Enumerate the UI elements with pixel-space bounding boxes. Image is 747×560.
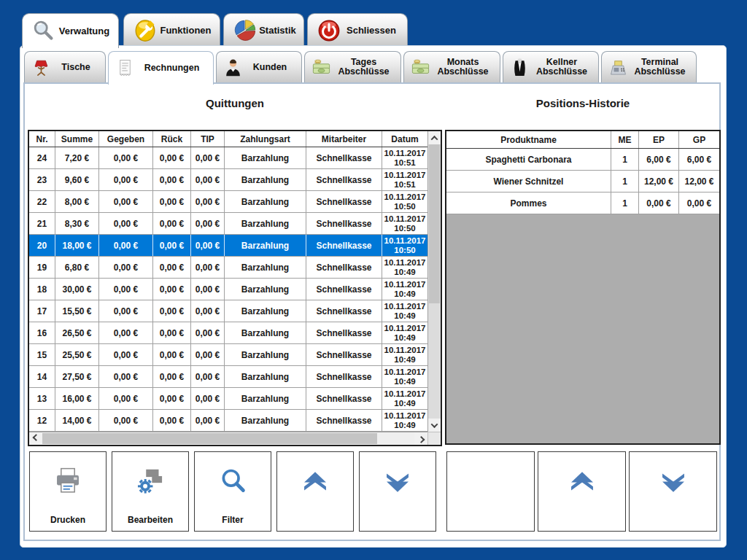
table-cell: 27,50 €: [55, 366, 99, 387]
receipt-row[interactable]: 1525,50 €0,00 €0,00 €0,00 €BarzahlungSch…: [29, 344, 427, 366]
empty-action-button[interactable]: [446, 451, 535, 532]
receipt-row[interactable]: 2018,00 €0,00 €0,00 €0,00 €BarzahlungSch…: [29, 235, 427, 257]
table-cell: 0,00 €: [99, 366, 153, 387]
receipt-row[interactable]: 1715,50 €0,00 €0,00 €0,00 €BarzahlungSch…: [29, 300, 427, 322]
sub-tab-tische[interactable]: Tische: [24, 51, 106, 82]
scroll-down-button[interactable]: [428, 419, 441, 432]
table-cell: 6,00 €: [639, 149, 679, 170]
bearbeiten-button[interactable]: Bearbeiten: [112, 451, 189, 532]
scroll-table-up-button[interactable]: [276, 451, 354, 532]
table-cell: 0,00 €: [191, 213, 225, 234]
filter-button[interactable]: Filter: [194, 451, 271, 532]
scroll-thumb[interactable]: [429, 144, 440, 303]
table-cell: 14: [29, 366, 55, 387]
table-cell: Schnellkasse: [306, 366, 382, 387]
receipt-row[interactable]: 1214,00 €0,00 €0,00 €0,00 €BarzahlungSch…: [29, 410, 427, 432]
chevron-right-icon: [417, 436, 425, 443]
main-tab-schliessen[interactable]: Schliessen: [307, 13, 408, 47]
money-icon: [411, 58, 430, 77]
table-cell: 12,00 €: [639, 171, 679, 192]
sub-tab-label: Monats Abschlüsse: [430, 58, 500, 77]
table-cell: 1: [611, 192, 639, 214]
receipts-vertical-scrollbar[interactable]: [427, 131, 441, 432]
table-cell: 0,00 €: [153, 279, 191, 300]
scroll-table-down-button[interactable]: [359, 451, 436, 532]
scroll-track[interactable]: [428, 144, 441, 419]
table-cell: Schnellkasse: [306, 300, 382, 322]
receipt-row[interactable]: 1830,00 €0,00 €0,00 €0,00 €BarzahlungSch…: [29, 279, 427, 300]
receipt-row[interactable]: 1626,50 €0,00 €0,00 €0,00 €BarzahlungSch…: [29, 322, 427, 344]
table-cell: 0,00 €: [191, 322, 225, 343]
sub-tab-tages-abschluesse[interactable]: Tages Abschlüsse: [304, 51, 401, 82]
table-cell: 12: [29, 410, 55, 431]
sub-tab-kellner-abschluesse[interactable]: Kellner Abschlüsse: [503, 51, 599, 82]
table-cell: Schnellkasse: [306, 344, 382, 365]
receipts-horizontal-scrollbar[interactable]: [29, 432, 427, 445]
table-cell: 0,00 €: [153, 169, 191, 190]
table-cell: 20: [29, 235, 55, 256]
pie-chart-icon: [233, 18, 258, 43]
sub-tab-monats-abschluesse[interactable]: Monats Abschlüsse: [403, 51, 500, 82]
table-cell: 10.11.2017 10:51: [382, 169, 427, 190]
table-cell: 17: [29, 300, 55, 322]
sub-tab-label: Tische: [51, 63, 105, 72]
table-cell: 0,00 €: [153, 213, 191, 234]
scroll-track[interactable]: [42, 432, 414, 445]
receipt-row[interactable]: 239,60 €0,00 €0,00 €0,00 €BarzahlungSchn…: [29, 169, 427, 191]
receipt-row[interactable]: 218,30 €0,00 €0,00 €0,00 €BarzahlungSchn…: [29, 213, 427, 235]
table-cell: 0,00 €: [99, 191, 153, 212]
table-cell: 0,00 €: [191, 410, 225, 431]
receipt-row[interactable]: 247,20 €0,00 €0,00 €0,00 €BarzahlungSchn…: [29, 147, 427, 169]
chevron-double-down-icon: [657, 465, 690, 499]
action-label: Bearbeiten: [112, 515, 188, 525]
table-cell: 0,00 €: [99, 322, 153, 343]
main-tab-funktionen[interactable]: Funktionen: [123, 13, 220, 47]
position-row[interactable]: Spaghetti Carbonara16,00 €6,00 €: [446, 149, 719, 171]
scroll-up-button[interactable]: [428, 131, 441, 144]
table-cell: Barzahlung: [225, 169, 306, 190]
table-cell: Schnellkasse: [306, 169, 382, 190]
position-row[interactable]: Wiener Schnitzel112,00 €12,00 €: [446, 171, 719, 192]
table-cell: 0,00 €: [99, 169, 153, 190]
scroll-right-button[interactable]: [414, 432, 427, 445]
scroll-positions-up-button[interactable]: [538, 451, 626, 532]
table-cell: 0,00 €: [191, 257, 225, 278]
sub-tab-kunden[interactable]: Kunden: [216, 51, 302, 82]
scroll-thumb[interactable]: [42, 433, 377, 444]
magnifier-icon: [31, 19, 56, 44]
table-cell: 0,00 €: [191, 169, 225, 190]
table-cell: 13: [29, 388, 55, 409]
sub-tab-rechnungen[interactable]: Rechnungen: [108, 51, 214, 85]
table-cell: 8,30 €: [55, 213, 99, 234]
drucken-button[interactable]: Drucken: [29, 451, 107, 532]
table-cell: Barzahlung: [225, 235, 306, 256]
table-cell: 0,00 €: [99, 300, 153, 322]
table-cell: Schnellkasse: [306, 279, 382, 300]
scroll-positions-down-button[interactable]: [629, 451, 717, 532]
table-cell: 16: [29, 322, 55, 343]
table-cell: 0,00 €: [191, 300, 225, 322]
table-icon: [31, 58, 51, 77]
main-tab-verwaltung[interactable]: Verwaltung: [22, 13, 119, 48]
main-tab-label: Statistik: [258, 25, 303, 36]
scrollbar-corner: [427, 432, 441, 445]
main-tab-statistik[interactable]: Statistik: [223, 13, 304, 47]
receipt-row[interactable]: 228,00 €0,00 €0,00 €0,00 €BarzahlungSchn…: [29, 191, 427, 213]
table-cell: 15: [29, 344, 55, 365]
sub-tab-terminal-abschluesse[interactable]: Terminal Abschlüsse: [601, 51, 697, 82]
table-cell: 8,00 €: [55, 191, 99, 212]
scroll-left-button[interactable]: [29, 432, 42, 445]
position-row[interactable]: Pommes10,00 €0,00 €: [446, 192, 719, 214]
receipt-icon: [115, 58, 135, 78]
table-cell: 0,00 €: [153, 388, 191, 409]
table-cell: 25,50 €: [55, 344, 99, 365]
table-cell: 0,00 €: [191, 388, 225, 409]
receipt-row[interactable]: 1316,00 €0,00 €0,00 €0,00 €BarzahlungSch…: [29, 388, 427, 410]
receipt-row[interactable]: 196,80 €0,00 €0,00 €0,00 €BarzahlungSchn…: [29, 257, 427, 279]
table-cell: Gegeben: [99, 131, 153, 147]
positions-table: ProduktnameMEEPGP Spaghetti Carbonara16,…: [445, 130, 721, 445]
table-cell: 6,00 €: [679, 149, 719, 170]
receipt-row[interactable]: 1427,50 €0,00 €0,00 €0,00 €BarzahlungSch…: [29, 366, 427, 388]
table-cell: 0,00 €: [639, 192, 679, 214]
table-cell: 10.11.2017 10:49: [382, 388, 427, 409]
